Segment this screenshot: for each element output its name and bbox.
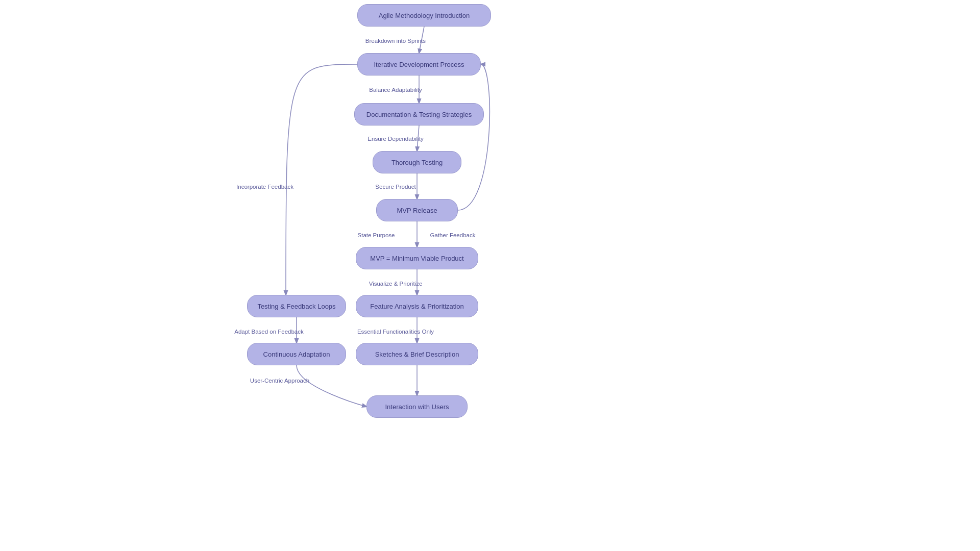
node-n7: Feature Analysis & Prioritization	[356, 295, 478, 317]
edge-label-9: Adapt Based on Feedback	[234, 329, 304, 335]
node-n6: MVP = Minimum Viable Product	[356, 247, 478, 269]
edge-label-7: Essential Functionalities Only	[357, 329, 434, 335]
node-n5: MVP Release	[376, 199, 458, 221]
node-n2: Iterative Development Process	[357, 53, 481, 76]
edge-label-0: Breakdown into Sprints	[365, 38, 426, 44]
node-n11: Continuous Adaptation	[247, 343, 346, 365]
node-n1: Agile Methodology Introduction	[357, 4, 491, 27]
connections-svg	[0, 0, 980, 551]
edge-label-4: State Purpose	[358, 232, 395, 238]
edge-label-6: Visualize & Prioritize	[369, 281, 423, 287]
edge-label-5: Gather Feedback	[430, 232, 476, 238]
node-n3: Documentation & Testing Strategies	[354, 103, 484, 126]
node-n4: Thorough Testing	[373, 151, 461, 173]
edge-label-2: Ensure Dependability	[368, 136, 423, 142]
edge-label-10: User-Centric Approach	[250, 378, 309, 384]
edge-label-3: Secure Product	[375, 184, 415, 190]
edge-label-8: Incorporate Feedback	[236, 184, 293, 190]
edge-label-1: Balance Adaptability	[369, 87, 422, 93]
node-n10: Testing & Feedback Loops	[247, 295, 346, 317]
diagram-container: Agile Methodology IntroductionIterative …	[0, 0, 980, 551]
node-n8: Sketches & Brief Description	[356, 343, 478, 365]
node-n9: Interaction with Users	[366, 395, 468, 418]
